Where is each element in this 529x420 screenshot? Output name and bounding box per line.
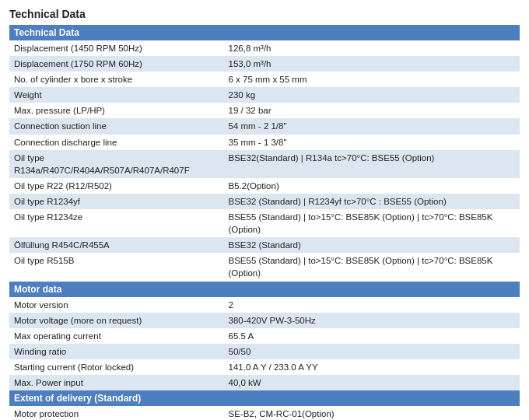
row-value: B5.2(Option) [224,178,520,194]
row-value: BSE55 (Standard) | to>15°C: BSE85K (Opti… [224,209,520,237]
section-header-1: Motor data [9,282,520,297]
row-label: Max operating current [9,328,224,344]
table-row: Oil type R134a/R407C/R404A/R507A/R407A/R… [9,150,520,178]
table-row: Starting current (Rotor locked)141.0 A Y… [9,359,520,375]
row-value: 6 x 75 mm x 55 mm [224,72,520,87]
section-table-0: Displacement (1450 RPM 50Hz)126,8 m³/hDi… [9,40,520,282]
row-value: 50/50 [224,344,520,359]
row-value: 40,0 kW [224,375,520,390]
table-row: Oil type R22 (R12/R502)B5.2(Option) [9,178,520,194]
table-row: Max. pressure (LP/HP)19 / 32 bar [9,103,520,118]
row-label: Oil type R1234ze [9,209,224,237]
row-value: 153,0 m³/h [224,56,520,72]
section-table-1: Motor version2Motor voltage (more on req… [9,297,520,391]
table-row: Weight230 kg [9,87,520,103]
row-value: 35 mm - 1 3/8" [224,135,520,150]
row-value: BSE32 (Standard) [224,237,520,253]
table-row: Winding ratio50/50 [9,344,520,359]
row-label: Connection suction line [9,118,224,134]
table-row: Oil type R1234yfBSE32 (Standard) | R1234… [9,194,520,209]
row-value: BSE32(Standard) | R134a tc>70°C: BSE55 (… [224,150,520,178]
table-row: Max operating current65.5 A [9,328,520,344]
table-row: Displacement (1750 RPM 60Hz)153,0 m³/h [9,56,520,72]
row-label: Weight [9,87,224,103]
table-row: Connection discharge line35 mm - 1 3/8" [9,135,520,150]
table-row: Motor version2 [9,297,520,313]
row-value: 65.5 A [224,328,520,344]
table-row: Displacement (1450 RPM 50Hz)126,8 m³/h [9,40,520,56]
table-row: No. of cylinder x bore x stroke6 x 75 mm… [9,72,520,87]
row-label: Winding ratio [9,344,224,359]
row-value: 2 [224,297,520,313]
row-value: 54 mm - 2 1/8" [224,118,520,134]
table-row: Ölfüllung R454C/R455ABSE32 (Standard) [9,237,520,253]
row-label: Motor protection [9,406,224,420]
table-row: Oil type R1234zeBSE55 (Standard) | to>15… [9,209,520,237]
section-header-0: Technical Data [9,25,520,40]
row-label: Oil type R1234yf [9,194,224,209]
row-value: 126,8 m³/h [224,40,520,56]
row-value: 380-420V PW-3-50Hz [224,313,520,328]
row-label: Motor version [9,297,224,313]
row-label: Starting current (Rotor locked) [9,359,224,375]
sections-container: Technical DataDisplacement (1450 RPM 50H… [9,25,520,420]
row-label: Displacement (1450 RPM 50Hz) [9,40,224,56]
row-label: Max. Power input [9,375,224,390]
row-value: BSE32 (Standard) | R1234yf tc>70°C : BSE… [224,194,520,209]
row-value: 230 kg [224,87,520,103]
row-label: Oil type R22 (R12/R502) [9,178,224,194]
section-header-2: Extent of delivery (Standard) [9,390,520,406]
main-title: Technical Data [9,8,520,20]
row-label: Displacement (1750 RPM 60Hz) [9,56,224,72]
table-row: Motor voltage (more on request)380-420V … [9,313,520,328]
page-container: Technical Data Technical DataDisplacemen… [0,0,529,420]
row-value: SE-B2, CM-RC-01(Option) [224,406,520,420]
row-label: Oil type R134a/R407C/R404A/R507A/R407A/R… [9,150,224,178]
row-label: Motor voltage (more on request) [9,313,224,328]
table-row: Connection suction line54 mm - 2 1/8" [9,118,520,134]
table-row: Motor protectionSE-B2, CM-RC-01(Option) [9,406,520,420]
row-label: Connection discharge line [9,135,224,150]
row-label: Max. pressure (LP/HP) [9,103,224,118]
row-value: 19 / 32 bar [224,103,520,118]
row-value: BSE55 (Standard) | to>15°C: BSE85K (Opti… [224,253,520,281]
table-row: Max. Power input40,0 kW [9,375,520,390]
table-row: Oil type R515BBSE55 (Standard) | to>15°C… [9,253,520,281]
row-label: Ölfüllung R454C/R455A [9,237,224,253]
section-table-2: Motor protectionSE-B2, CM-RC-01(Option)E… [9,406,520,420]
row-label: No. of cylinder x bore x stroke [9,72,224,87]
row-value: 141.0 A Y / 233.0 A YY [224,359,520,375]
row-label: Oil type R515B [9,253,224,281]
